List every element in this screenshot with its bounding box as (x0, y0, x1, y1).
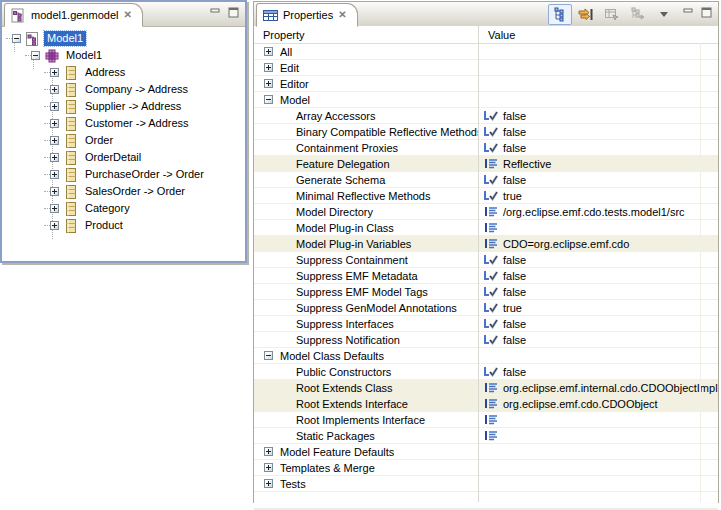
property-row[interactable]: Containment Proxies false (254, 140, 718, 156)
property-value-cell[interactable] (478, 476, 718, 491)
property-value-cell[interactable]: CDO=org.eclipse.emf.cdo (478, 236, 718, 251)
property-value-cell[interactable] (478, 428, 718, 443)
tree-expander[interactable] (50, 85, 59, 94)
tree-item[interactable]: SalesOrder -> Order (2, 183, 245, 200)
property-value-cell[interactable]: false (478, 284, 718, 299)
property-value-cell[interactable] (478, 44, 718, 59)
property-value-cell[interactable]: false (478, 108, 718, 123)
maximize-icon[interactable] (226, 6, 241, 19)
property-row[interactable]: Model Directory /org.eclipse.emf.cdo.tes… (254, 204, 718, 220)
property-row[interactable]: Suppress Containment false (254, 252, 718, 268)
tree-expander[interactable] (50, 119, 59, 128)
category-expander[interactable] (264, 479, 273, 488)
property-row[interactable]: Suppress EMF Metadata false (254, 268, 718, 284)
property-value-cell[interactable] (478, 444, 718, 459)
maximize-icon[interactable] (699, 6, 714, 19)
category-expander[interactable] (264, 63, 273, 72)
close-icon[interactable]: ✕ (123, 10, 131, 20)
tree-item[interactable]: Address (2, 64, 245, 81)
close-icon[interactable]: ✕ (338, 10, 346, 20)
property-row[interactable]: Tests (254, 476, 718, 492)
category-expander[interactable] (264, 463, 273, 472)
property-value-cell[interactable]: false (478, 332, 718, 347)
tree-expander[interactable] (50, 204, 59, 213)
property-row[interactable]: Edit (254, 60, 718, 76)
property-row[interactable]: Suppress Interfaces false (254, 316, 718, 332)
property-value-cell[interactable] (478, 76, 718, 91)
tree-expander[interactable] (50, 170, 59, 179)
property-value-cell[interactable]: org.eclipse.emf.internal.cdo.CDOObjectIm… (478, 380, 718, 395)
property-row[interactable]: Root Extends Interface org.eclipse.emf.c… (254, 396, 718, 412)
column-resize-handle[interactable] (478, 26, 479, 502)
tree-expander[interactable] (50, 102, 59, 111)
tree-expander[interactable] (50, 221, 59, 230)
property-value-cell[interactable]: false (478, 268, 718, 283)
tree-item[interactable]: Model1 (2, 30, 245, 47)
show-advanced-properties-button[interactable] (574, 4, 598, 25)
property-value-cell[interactable]: Reflective (478, 156, 718, 171)
category-expander[interactable] (264, 351, 273, 360)
tree-item[interactable]: Supplier -> Address (2, 98, 245, 115)
tree-expander[interactable] (50, 136, 59, 145)
category-expander[interactable] (264, 47, 273, 56)
tree-expander[interactable] (50, 153, 59, 162)
tree-expander[interactable] (50, 68, 59, 77)
tree-item[interactable]: Category (2, 200, 245, 217)
property-value-cell[interactable]: true (478, 188, 718, 203)
tree-item[interactable]: Company -> Address (2, 81, 245, 98)
tab-properties[interactable]: Properties ✕ (256, 3, 358, 27)
property-value-cell[interactable]: false (478, 364, 718, 379)
property-row[interactable]: Suppress Notification false (254, 332, 718, 348)
property-value-cell[interactable] (478, 220, 718, 235)
property-value-cell[interactable]: false (478, 124, 718, 139)
property-row[interactable]: Root Implements Interface (254, 412, 718, 428)
property-row[interactable]: All (254, 44, 718, 60)
property-row[interactable]: Binary Compatible Reflective Methods fal… (254, 124, 718, 140)
property-value-cell[interactable] (478, 412, 718, 427)
minimize-icon[interactable] (681, 6, 696, 19)
tree-item[interactable]: Order (2, 132, 245, 149)
tab-model1-genmodel[interactable]: model1.genmodel ✕ (4, 3, 143, 27)
property-row[interactable]: Model Feature Defaults (254, 444, 718, 460)
tree-item[interactable]: PurchaseOrder -> Order (2, 166, 245, 183)
property-row[interactable]: Suppress GenModel Annotations true (254, 300, 718, 316)
category-expander[interactable] (264, 79, 273, 88)
minimize-icon[interactable] (208, 6, 223, 19)
tree-item[interactable]: OrderDetail (2, 149, 245, 166)
property-row[interactable]: Model Plug-in Variables CDO=org.eclipse.… (254, 236, 718, 252)
property-value-cell[interactable] (478, 92, 718, 107)
property-row[interactable]: Model Plug-in Class (254, 220, 718, 236)
pin-to-selection-button[interactable] (626, 4, 650, 25)
property-row[interactable]: Static Packages (254, 428, 718, 444)
category-expander[interactable] (264, 95, 273, 104)
property-value-cell[interactable]: false (478, 140, 718, 155)
property-row[interactable]: Model Class Defaults (254, 348, 718, 364)
property-value-cell[interactable]: true (478, 300, 718, 315)
property-value-cell[interactable]: /org.eclipse.emf.cdo.tests.model1/src (478, 204, 718, 219)
tree-item[interactable]: Model1 (2, 47, 245, 64)
property-value-cell[interactable]: org.eclipse.emf.cdo.CDOObject (478, 396, 718, 411)
category-expander[interactable] (264, 447, 273, 456)
property-value-cell[interactable] (478, 60, 718, 75)
property-value-cell[interactable] (478, 348, 718, 363)
property-row[interactable]: Feature Delegation Reflective (254, 156, 718, 172)
property-row[interactable]: Templates & Merge (254, 460, 718, 476)
property-row[interactable]: Suppress EMF Model Tags false (254, 284, 718, 300)
view-menu-icon[interactable] (660, 12, 668, 17)
property-row[interactable]: Minimal Reflective Methods true (254, 188, 718, 204)
show-categories-button[interactable] (548, 4, 572, 25)
property-row[interactable]: Editor (254, 76, 718, 92)
property-row[interactable]: Root Extends Class org.eclipse.emf.inter… (254, 380, 718, 396)
property-row[interactable]: Array Accessors false (254, 108, 718, 124)
property-value-cell[interactable]: false (478, 316, 718, 331)
restore-default-value-button[interactable] (600, 4, 624, 25)
tree-expander[interactable] (31, 51, 40, 60)
tree-item[interactable]: Product (2, 217, 245, 234)
tree-item[interactable]: Customer -> Address (2, 115, 245, 132)
property-row[interactable]: Model (254, 92, 718, 108)
tree-expander[interactable] (12, 34, 21, 43)
property-value-cell[interactable]: false (478, 252, 718, 267)
tree-expander[interactable] (50, 187, 59, 196)
property-row[interactable]: Public Constructors false (254, 364, 718, 380)
property-value-cell[interactable]: false (478, 172, 718, 187)
